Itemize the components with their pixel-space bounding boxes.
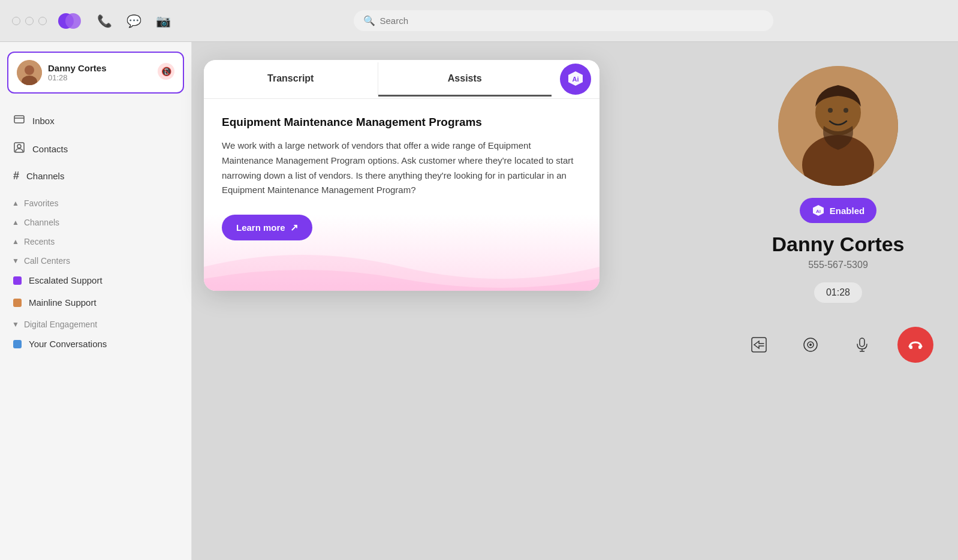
- sidebar-item-your-conversations[interactable]: Your Conversations: [0, 333, 191, 355]
- sidebar: Danny Cortes 01:28 📵 In: [0, 42, 192, 560]
- chevron-up-icon-3: ▲: [12, 237, 19, 246]
- inbox-label: Inbox: [32, 116, 55, 126]
- mainline-support-dot: [13, 299, 22, 307]
- favorites-group-header[interactable]: ▲ Favorites: [0, 192, 191, 212]
- digital-engagement-label: Digital Engagement: [24, 320, 97, 329]
- escalated-support-dot: [13, 276, 22, 285]
- inbox-icon: [13, 113, 25, 128]
- tab-assists[interactable]: Assists: [378, 62, 552, 97]
- end-call-button[interactable]: [897, 327, 933, 363]
- svg-rect-23: [860, 338, 864, 347]
- call-controls: [743, 327, 933, 363]
- contact-phone: 555-567-5309: [808, 260, 868, 270]
- svg-text:📵: 📵: [161, 67, 172, 77]
- app-logo: [56, 12, 83, 30]
- channels-label: Channels: [26, 171, 64, 181]
- learn-more-button[interactable]: Learn more ↗: [222, 215, 312, 240]
- recents-group-header[interactable]: ▲ Recents: [0, 231, 191, 250]
- sidebar-item-channels[interactable]: # Channels: [0, 163, 191, 189]
- svg-point-16: [843, 108, 848, 113]
- mute-button[interactable]: [846, 329, 878, 361]
- phone-icon[interactable]: 📞: [97, 14, 112, 28]
- tabs-bar: Transcript Assists Ai: [204, 60, 599, 99]
- video-icon[interactable]: 📷: [156, 14, 171, 28]
- ai-badge: Ai: [560, 64, 591, 95]
- call-centers-label: Call Centers: [24, 256, 70, 266]
- svg-text:Ai: Ai: [573, 76, 579, 83]
- call-time: 01:28: [48, 73, 107, 82]
- caller-info: Danny Cortes 01:28: [48, 63, 107, 82]
- channels-group-header[interactable]: ▲ Channels: [0, 212, 191, 231]
- close-dot[interactable]: [12, 17, 20, 25]
- ai-enabled-badge: Ai Enabled: [800, 198, 876, 223]
- panel-title: Equipment Maintenance Management Program…: [222, 116, 582, 129]
- svg-point-15: [828, 108, 833, 113]
- hangup-button[interactable]: 📵: [158, 63, 174, 83]
- contact-avatar-large: [778, 66, 898, 186]
- your-conversations-dot: [13, 340, 22, 348]
- panel-content: Equipment Maintenance Management Program…: [204, 99, 599, 291]
- sidebar-item-escalated-support[interactable]: Escalated Support: [0, 269, 191, 291]
- call-timer-badge: 01:28: [814, 282, 862, 303]
- caller-avatar: [17, 60, 42, 85]
- caller-name: Danny Cortes: [48, 63, 107, 73]
- active-call-left: Danny Cortes 01:28: [17, 60, 107, 85]
- chevron-down-icon-2: ▼: [12, 320, 19, 329]
- contacts-label: Contacts: [32, 144, 68, 154]
- svg-rect-27: [918, 345, 921, 349]
- ai-badge-text: Ai: [567, 70, 585, 89]
- mainline-support-label: Mainline Support: [29, 297, 97, 308]
- svg-text:Ai: Ai: [816, 209, 821, 214]
- minimize-dot[interactable]: [25, 17, 34, 25]
- recents-label: Recents: [24, 237, 55, 246]
- panel-body: We work with a large network of vendors …: [222, 139, 582, 198]
- favorites-label: Favorites: [24, 198, 59, 208]
- svg-point-3: [25, 65, 34, 75]
- sidebar-nav: Inbox Contacts # Channels: [0, 103, 191, 192]
- sidebar-item-contacts[interactable]: Contacts: [0, 135, 191, 163]
- chevron-up-icon: ▲: [12, 199, 19, 207]
- learn-more-label: Learn more: [236, 222, 285, 233]
- ai-enabled-label: Enabled: [830, 206, 864, 216]
- window-controls: [12, 17, 47, 25]
- main-layout: Danny Cortes 01:28 📵 In: [0, 42, 958, 560]
- escalated-support-label: Escalated Support: [29, 275, 103, 285]
- transfer-button[interactable]: [743, 329, 775, 361]
- overlay-panel: Transcript Assists Ai Equipment Maintena…: [204, 60, 599, 291]
- sidebar-item-inbox[interactable]: Inbox: [0, 107, 191, 135]
- external-link-icon: ↗: [290, 222, 298, 233]
- active-call-item[interactable]: Danny Cortes 01:28 📵: [7, 52, 184, 94]
- chevron-up-icon-2: ▲: [12, 218, 19, 227]
- search-input[interactable]: [380, 16, 764, 26]
- titlebar: 📞 💬 📷 🔍: [0, 0, 958, 42]
- search-icon: 🔍: [363, 15, 375, 26]
- content-area: Transcript Assists Ai Equipment Maintena…: [192, 42, 958, 560]
- channels-icon: #: [13, 170, 19, 182]
- svg-rect-26: [909, 345, 912, 349]
- titlebar-icons: 📞 💬 📷: [97, 14, 171, 28]
- contact-name-large: Danny Cortes: [772, 233, 904, 256]
- right-panel: Ai Enabled Danny Cortes 555-567-5309 01:…: [718, 42, 958, 560]
- contacts-icon: [13, 141, 25, 156]
- sidebar-item-mainline-support[interactable]: Mainline Support: [0, 291, 191, 314]
- svg-rect-7: [14, 116, 24, 123]
- camera-button[interactable]: [794, 329, 827, 361]
- digital-engagement-group-header[interactable]: ▼ Digital Engagement: [0, 314, 191, 333]
- call-centers-group-header[interactable]: ▼ Call Centers: [0, 250, 191, 269]
- svg-point-1: [65, 13, 81, 29]
- tab-transcript[interactable]: Transcript: [204, 62, 378, 97]
- maximize-dot[interactable]: [38, 17, 47, 25]
- chevron-down-icon: ▼: [12, 257, 19, 265]
- your-conversations-label: Your Conversations: [29, 339, 107, 349]
- search-bar[interactable]: 🔍: [354, 10, 773, 31]
- svg-point-9: [17, 144, 21, 148]
- svg-point-22: [809, 344, 812, 346]
- channels-group-label: Channels: [24, 218, 59, 227]
- chat-icon[interactable]: 💬: [126, 14, 141, 28]
